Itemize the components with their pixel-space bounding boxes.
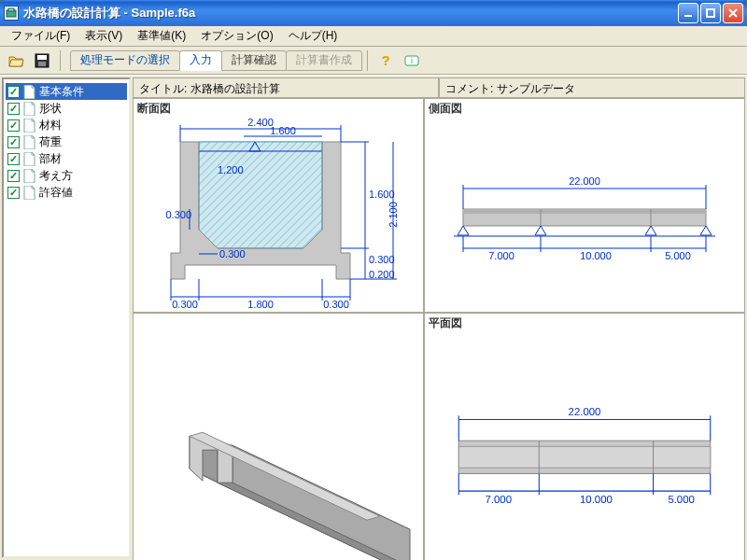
sidebar-item[interactable]: 荷重 [6, 133, 127, 150]
dim-span-total: 22.000 [569, 175, 600, 187]
toolbar: 処理モードの選択 入力 計算確認 計算書作成 ? i [0, 47, 747, 75]
app-icon [4, 6, 19, 21]
sidebar-item-label: 許容値 [39, 185, 73, 201]
open-button[interactable] [4, 49, 28, 72]
page-icon [23, 119, 35, 133]
page-icon [23, 186, 35, 200]
plan-view[interactable]: 平面図 22.000 7.000 10.000 5.000 [424, 313, 745, 560]
save-button[interactable] [30, 49, 54, 72]
check-icon [7, 86, 20, 98]
close-button[interactable] [723, 3, 743, 23]
dim-slab: 0.300 [369, 254, 395, 265]
view-panels: 断面図 [133, 98, 745, 560]
comment-cell: コメント: サンプルデータ [439, 77, 745, 98]
title-cell: タイトル: 水路橋の設計計算 [133, 77, 439, 98]
sidebar-item[interactable]: 形状 [6, 100, 127, 117]
sidebar-item-label: 形状 [39, 101, 62, 117]
title-value: 水路橋の設計計算 [190, 82, 280, 95]
tab-verify[interactable]: 計算確認 [221, 50, 287, 71]
svg-rect-32 [463, 209, 706, 214]
page-icon [23, 102, 35, 116]
page-icon [23, 152, 35, 166]
sidebar-item[interactable]: 基本条件 [6, 83, 127, 100]
app-window: 水路橋の設計計算 - Sample.f6a ファイル(F) 表示(V) 基準値(… [0, 0, 747, 560]
check-icon [7, 119, 20, 132]
page-icon [23, 85, 35, 99]
sidebar-item-label: 材料 [39, 118, 62, 133]
sidebar-item-label: 荷重 [39, 134, 62, 150]
menu-base[interactable]: 基準値(K) [130, 26, 193, 46]
plan-label: 平面図 [429, 315, 462, 331]
page-icon [23, 169, 35, 183]
sidebar-item[interactable]: 部材 [6, 150, 127, 167]
window-title: 水路橋の設計計算 - Sample.f6a [23, 5, 678, 21]
sidebar-item-label: 部材 [39, 151, 62, 167]
tabbar: 処理モードの選択 入力 計算確認 計算書作成 [70, 49, 361, 72]
sidebar-item-label: 基本条件 [39, 84, 84, 100]
dim-fillet: 0.300 [219, 248, 246, 259]
side-view[interactable]: 側面図 [424, 98, 745, 313]
tab-mode[interactable]: 処理モードの選択 [70, 50, 180, 71]
dim-span-b: 10.000 [580, 250, 612, 261]
minimize-button[interactable] [678, 3, 698, 23]
dim-plan-b: 10.000 [580, 494, 613, 505]
separator [60, 50, 61, 71]
info-row: タイトル: 水路橋の設計計算 コメント: サンプルデータ [133, 77, 745, 98]
dim-foot-r: 0.300 [323, 299, 349, 310]
side-label: 側面図 [429, 101, 462, 117]
dim-span-c: 5.000 [665, 250, 691, 261]
dim-foot-l: 0.300 [172, 299, 198, 310]
svg-text:?: ? [381, 52, 389, 68]
section-label: 断面図 [137, 101, 171, 117]
check-icon [7, 103, 20, 115]
menu-help[interactable]: ヘルプ(H) [281, 26, 345, 46]
svg-text:i: i [411, 56, 413, 65]
client-area: 基本条件形状材料荷重部材考え方許容値 タイトル: 水路橋の設計計算 コメント: … [0, 75, 747, 560]
dim-plan-c: 5.000 [668, 494, 695, 505]
dim-stub: 0.200 [369, 269, 395, 280]
svg-rect-1 [8, 8, 14, 11]
dim-wall-h: 1.600 [369, 189, 395, 200]
comment-value: サンプルデータ [497, 82, 575, 95]
tab-input[interactable]: 入力 [179, 50, 222, 71]
info-button[interactable]: i [400, 49, 424, 72]
menu-option[interactable]: オプション(O) [193, 26, 280, 46]
dim-plan-total: 22.000 [569, 406, 601, 417]
dim-ledge: 0.300 [165, 209, 191, 220]
sidebar-item[interactable]: 考え方 [6, 167, 127, 184]
svg-rect-3 [707, 9, 714, 17]
menu-file[interactable]: ファイル(F) [4, 26, 78, 46]
dim-overall-h: 2.100 [388, 202, 399, 228]
dim-depth-in: 1.200 [218, 164, 244, 175]
dim-water: 1.600 [270, 125, 296, 136]
tab-report[interactable]: 計算書作成 [286, 50, 362, 71]
page-icon [23, 135, 35, 149]
maximize-button[interactable] [700, 3, 721, 23]
menu-view[interactable]: 表示(V) [78, 26, 130, 46]
svg-rect-52 [458, 446, 710, 468]
help-button[interactable]: ? [374, 49, 398, 72]
dim-plan-a: 7.000 [486, 494, 513, 505]
check-icon [7, 136, 20, 148]
svg-rect-2 [684, 15, 692, 17]
sidebar-item[interactable]: 許容値 [6, 184, 127, 201]
check-icon [7, 170, 20, 182]
comment-label: コメント: [445, 82, 497, 95]
svg-rect-5 [37, 55, 47, 60]
title-label: タイトル: [139, 82, 190, 95]
menubar: ファイル(F) 表示(V) 基準値(K) オプション(O) ヘルプ(H) [0, 26, 747, 47]
main-area: タイトル: 水路橋の設計計算 コメント: サンプルデータ 断面図 [133, 77, 745, 558]
dim-bottom-w: 1.800 [247, 299, 274, 310]
sidebar-item-label: 考え方 [39, 168, 73, 184]
sidebar-item[interactable]: 材料 [6, 117, 127, 133]
titlebar: 水路橋の設計計算 - Sample.f6a [0, 0, 747, 26]
svg-rect-6 [38, 62, 46, 66]
check-icon [7, 153, 20, 165]
check-icon [7, 187, 20, 199]
iso-view[interactable] [133, 313, 424, 560]
section-view[interactable]: 断面図 [133, 98, 424, 313]
sidebar: 基本条件形状材料荷重部材考え方許容値 [2, 77, 131, 558]
separator [367, 50, 368, 71]
dim-span-a: 7.000 [488, 250, 514, 261]
